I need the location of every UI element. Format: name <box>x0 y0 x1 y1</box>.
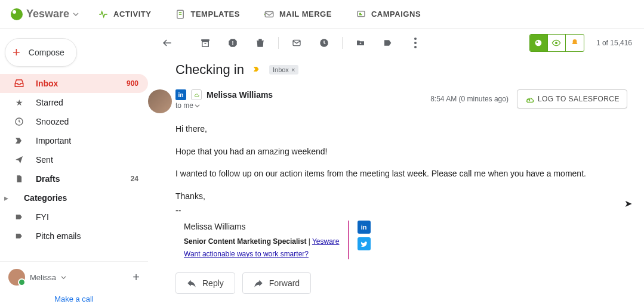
nav-mailmerge[interactable]: MAIL MERGE <box>264 9 332 20</box>
nav-mailmerge-label: MAIL MERGE <box>279 10 332 18</box>
mailmerge-icon <box>264 9 275 20</box>
forward-icon <box>254 278 263 288</box>
compose-button[interactable]: + Compose <box>5 38 77 67</box>
sidebar-item-inbox[interactable]: Inbox 900 <box>0 74 148 93</box>
reply-icon <box>187 278 196 288</box>
message-header: in Melissa Williams to me 8:54 AM (0 min… <box>175 89 627 110</box>
sidebar-item-fyi[interactable]: FYI <box>0 207 148 227</box>
move-to-button[interactable] <box>349 31 372 55</box>
sidebar-item-starred[interactable]: ★ Starred <box>0 93 148 112</box>
new-chat-button[interactable]: + <box>133 271 140 284</box>
signature-sep: | <box>306 237 312 246</box>
sidebar-nav: Inbox 900 ★ Starred Snoozed Important Se… <box>0 74 148 246</box>
signature-twitter-icon[interactable] <box>358 237 371 250</box>
signature-linkedin-icon[interactable]: in <box>358 221 371 234</box>
more-button[interactable] <box>403 31 427 55</box>
to-line[interactable]: to me <box>175 101 273 110</box>
nav-campaigns-label: CAMPAIGNS <box>371 10 421 18</box>
make-call-row: Make a call <box>0 288 148 307</box>
sidebar-label: Important <box>36 136 138 145</box>
templates-icon <box>175 9 186 20</box>
campaigns-icon <box>356 9 366 20</box>
labels-button[interactable] <box>376 31 400 55</box>
sent-icon <box>13 155 25 165</box>
brand-menu[interactable]: Yesware <box>11 8 79 20</box>
hangouts-profile[interactable]: Melissa + <box>0 266 148 288</box>
linkedin-icon[interactable]: in <box>175 89 186 100</box>
sidebar-label: Drafts <box>36 174 120 184</box>
tracking-eye-icon[interactable] <box>548 35 566 51</box>
body-line: I wanted to follow up on our action item… <box>175 168 627 181</box>
message-actions: Reply Forward <box>175 272 627 294</box>
nav-templates[interactable]: TEMPLATES <box>175 9 239 20</box>
brand-name: Yesware <box>26 8 69 20</box>
body-line: Hope that you had an amazing weekend! <box>175 145 627 159</box>
subject-text: Checking in <box>175 62 244 77</box>
label-icon <box>13 213 25 221</box>
cloud-up-icon <box>525 94 534 104</box>
yesware-badge-icon[interactable] <box>530 35 548 51</box>
signature-cta-link[interactable]: Want actionable ways to work smarter? <box>184 250 309 258</box>
nav-campaigns[interactable]: CAMPAIGNS <box>356 9 421 20</box>
delete-button[interactable] <box>248 31 272 55</box>
signature-title: Senior Content Marketing Specialist <box>184 237 306 246</box>
svg-rect-1 <box>265 11 273 17</box>
important-marker-icon[interactable] <box>251 64 262 76</box>
svg-point-9 <box>414 38 417 40</box>
svg-point-14 <box>555 42 557 44</box>
nav-activity-label: ACTIVITY <box>113 10 151 18</box>
timestamp: 8:54 AM (0 minutes ago) <box>430 95 509 103</box>
important-icon <box>13 136 25 145</box>
make-call-link[interactable]: Make a call <box>54 294 94 303</box>
remove-label-icon[interactable]: × <box>291 66 295 73</box>
sender-name: Melissa Williams <box>207 90 273 100</box>
signature-divider: -- <box>175 204 627 218</box>
profile-avatar-icon <box>8 269 25 286</box>
activity-icon <box>98 9 109 20</box>
snooze-button[interactable] <box>312 31 336 55</box>
mark-unread-button[interactable] <box>285 31 309 55</box>
svg-text:!: ! <box>232 40 234 46</box>
expand-icon: ▸ <box>2 193 10 203</box>
sidebar-label: FYI <box>36 212 138 222</box>
body-line: Thanks, <box>175 190 627 203</box>
sidebar-label: Starred <box>36 98 138 107</box>
archive-button[interactable] <box>193 31 217 55</box>
nav-activity[interactable]: ACTIVITY <box>98 9 151 20</box>
clock-icon <box>13 117 25 126</box>
label-chip-text: Inbox <box>273 66 289 73</box>
reply-button[interactable]: Reply <box>175 272 235 294</box>
thread-view: Checking in Inbox × in Melissa Williams <box>148 57 644 307</box>
sender-avatar-icon <box>148 89 172 113</box>
chevron-down-icon <box>195 103 200 108</box>
content-area: ! 1 of 15,416 Checking in Inbox <box>148 29 644 307</box>
sidebar-item-drafts[interactable]: Drafts 24 <box>0 169 148 188</box>
salesforce-icon[interactable] <box>191 89 202 100</box>
sidebar-item-important[interactable]: Important <box>0 131 148 150</box>
toolbar-separator <box>342 37 343 49</box>
sf-button-label: LOG TO SALESFORCE <box>538 95 620 103</box>
svg-rect-4 <box>201 39 209 41</box>
svg-point-10 <box>414 42 417 44</box>
nav-templates-label: TEMPLATES <box>190 10 239 18</box>
yesware-tracker-pill <box>529 34 584 52</box>
star-icon: ★ <box>13 98 25 107</box>
label-chip-inbox[interactable]: Inbox × <box>269 65 298 75</box>
forward-button[interactable]: Forward <box>242 272 311 294</box>
sidebar-label: Sent <box>36 155 138 165</box>
sidebar-item-pitch[interactable]: Pitch emails <box>0 227 148 246</box>
tracking-bell-icon[interactable] <box>566 35 584 51</box>
svg-point-12 <box>535 40 542 46</box>
sidebar-item-sent[interactable]: Sent <box>0 150 148 169</box>
message-body: Hi there, Hope that you had an amazing w… <box>175 123 627 259</box>
sidebar-item-snoozed[interactable]: Snoozed <box>0 112 148 131</box>
sidebar-item-categories[interactable]: ▸ Categories <box>0 188 148 207</box>
toolbar-separator <box>278 37 279 49</box>
svg-rect-5 <box>202 42 209 46</box>
spam-button[interactable]: ! <box>221 31 245 55</box>
signature-company-link[interactable]: Yesware <box>312 237 340 246</box>
back-button[interactable] <box>155 31 179 55</box>
log-to-salesforce-button[interactable]: LOG TO SALESFORCE <box>517 89 627 108</box>
pager-text: 1 of 15,416 <box>596 39 632 47</box>
sidebar-label: Snoozed <box>36 117 138 126</box>
